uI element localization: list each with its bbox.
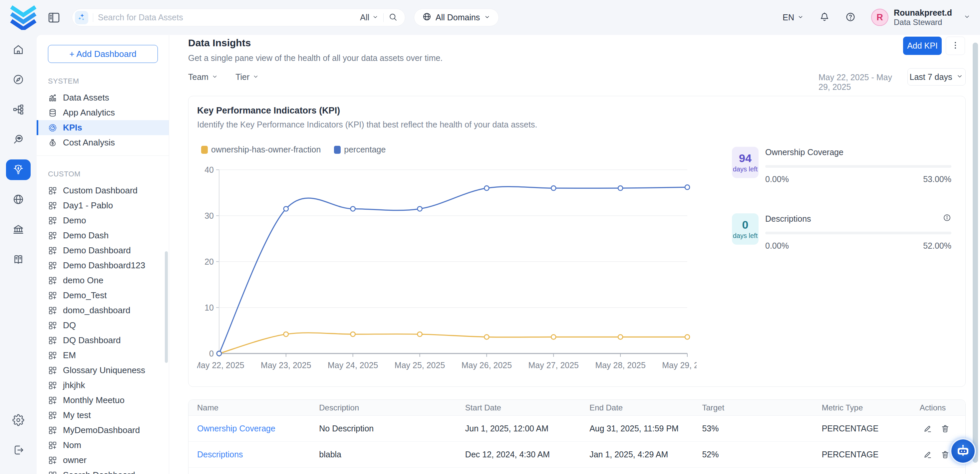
kpi-line-chart[interactable]: 010203040May 22, 2025May 23, 2025May 24,…: [197, 154, 710, 374]
sidebar-item-my-test[interactable]: My test: [37, 408, 169, 423]
sidebar-item-demo-dashboard[interactable]: Demo Dashboard: [37, 243, 169, 258]
sidebar-item-app-analytics[interactable]: App Analytics: [37, 105, 169, 120]
data-point[interactable]: [418, 332, 422, 337]
sidebar-toggle-button[interactable]: [47, 11, 61, 25]
sidebar-item-search-dashboard[interactable]: Search Dashboard: [37, 468, 169, 474]
series-line-ownership-has-owner-fraction[interactable]: [219, 333, 687, 353]
sidebar-item-jhkjhk[interactable]: jhkjhk: [37, 378, 169, 393]
data-point[interactable]: [284, 206, 288, 211]
filters-row: TeamTier: [188, 68, 259, 86]
time-range-label: Last 7 days: [910, 72, 952, 82]
edit-kpi-button[interactable]: [923, 450, 932, 459]
sidebar-item-dq-dashboard[interactable]: DQ Dashboard: [37, 333, 169, 348]
data-point[interactable]: [284, 332, 288, 337]
legend-item-ownership-has-owner-fraction[interactable]: ownership-has-owner-fraction: [201, 145, 321, 154]
data-point[interactable]: [351, 206, 355, 211]
legend-swatch: [334, 146, 340, 154]
time-range-dropdown[interactable]: Last 7 days: [907, 68, 966, 86]
language-dropdown[interactable]: EN: [783, 13, 804, 22]
legend-item-percentage[interactable]: percentage: [334, 145, 386, 154]
notifications-button[interactable]: [819, 12, 830, 23]
data-point[interactable]: [351, 332, 355, 337]
sidebar-item-data-assets[interactable]: Data Assets: [37, 90, 169, 105]
series-line-percentage[interactable]: [219, 187, 687, 353]
page-scrollbar-thumb[interactable]: [973, 43, 978, 463]
chevron-down-icon: [797, 13, 804, 22]
user-menu[interactable]: R Rounakpreet.d Data Steward: [871, 8, 970, 27]
days-left-label: days left: [733, 165, 757, 173]
data-point[interactable]: [685, 185, 690, 189]
y-tick-label: 10: [204, 303, 214, 312]
dashboard-icon: [48, 456, 57, 465]
observe-icon: [12, 134, 24, 146]
data-point[interactable]: [618, 186, 623, 190]
rail-item-home[interactable]: [6, 40, 31, 60]
y-tick-label: 0: [209, 349, 214, 358]
sidebar-item-demo-dashboard123[interactable]: Demo Dashboard123: [37, 258, 169, 273]
more-options-button[interactable]: [946, 37, 965, 55]
sidebar-item-em[interactable]: EM: [37, 348, 169, 363]
search-icon[interactable]: [388, 12, 398, 23]
data-point[interactable]: [418, 206, 422, 211]
rail-item-settings[interactable]: [6, 410, 31, 431]
data-point[interactable]: [551, 186, 556, 190]
search-scope-dropdown[interactable]: All: [360, 13, 379, 22]
page-title: Data Insights: [188, 37, 251, 49]
info-icon[interactable]: [943, 213, 951, 223]
global-search-bar[interactable]: All: [72, 9, 405, 26]
sidebar-item-demo-dash[interactable]: Demo Dash: [37, 228, 169, 243]
kpi-name-link[interactable]: Descriptions: [197, 450, 243, 459]
ai-sparkle-icon[interactable]: [75, 11, 88, 24]
rail-item-insights[interactable]: [6, 159, 31, 180]
sidebar-item-custom-dashboard[interactable]: Custom Dashboard: [37, 183, 169, 198]
rail-item-domains-globe[interactable]: [6, 189, 31, 210]
edit-kpi-button[interactable]: [923, 424, 932, 433]
all-domains-dropdown[interactable]: All Domains: [414, 9, 499, 26]
delete-kpi-button[interactable]: [941, 450, 950, 459]
rail-item-logout[interactable]: [6, 440, 31, 461]
sidebar-item-demo-test[interactable]: Demo_Test: [37, 288, 169, 303]
sidebar-item-kpis[interactable]: KPIs: [37, 120, 169, 135]
sidebar-item-label: domo_dashboard: [63, 305, 130, 316]
sidebar-scrollbar-thumb[interactable]: [165, 251, 168, 363]
column-header-start-date: Start Date: [457, 403, 581, 412]
sidebar-item-cost-analysis[interactable]: Cost Analysis: [37, 135, 169, 150]
delete-kpi-button[interactable]: [941, 424, 950, 433]
sidebar-item-monthly-meetuo[interactable]: Monthly Meetuo: [37, 393, 169, 408]
x-tick-label: May 29, 2025: [662, 361, 697, 370]
sidebar-item-demo[interactable]: Demo: [37, 213, 169, 228]
sidebar-item-demo-one[interactable]: demo One: [37, 273, 169, 288]
sidebar-item-owner[interactable]: owner: [37, 453, 169, 468]
sidebar-item-label: App Analytics: [63, 108, 115, 118]
sidebar-item-domo-dashboard[interactable]: domo_dashboard: [37, 303, 169, 318]
sidebar-item-label: Demo: [63, 215, 86, 226]
rail-item-governance[interactable]: [6, 220, 31, 240]
data-point[interactable]: [685, 334, 690, 339]
rail-item-compass[interactable]: [6, 70, 31, 90]
rail-item-lineage[interactable]: [6, 100, 31, 120]
chatbot-button[interactable]: [950, 438, 976, 464]
rail-item-observe[interactable]: [6, 129, 31, 150]
sidebar-item-dq[interactable]: DQ: [37, 318, 169, 333]
sidebar-item-nom[interactable]: Nom: [37, 438, 169, 453]
rail-item-glossary[interactable]: [6, 249, 31, 270]
sidebar-divider: [37, 156, 169, 156]
sidebar-item-day1-pablo[interactable]: Day1 - Pablo: [37, 198, 169, 213]
add-kpi-button[interactable]: Add KPI: [903, 37, 942, 55]
sidebar-item-glossary-uniqueness[interactable]: Glossary Uniqueness: [37, 363, 169, 378]
data-point[interactable]: [484, 334, 489, 339]
filter-team-dropdown[interactable]: Team: [188, 72, 218, 82]
kpi-name-link[interactable]: Ownership Coverage: [197, 424, 275, 433]
data-point[interactable]: [484, 186, 489, 190]
filter-tier-dropdown[interactable]: Tier: [235, 72, 259, 82]
sidebar-item-mydemodashboard[interactable]: MyDemoDashboard: [37, 423, 169, 438]
data-point[interactable]: [618, 334, 623, 339]
data-point[interactable]: [551, 334, 556, 339]
data-point[interactable]: [217, 351, 221, 356]
add-dashboard-button[interactable]: + Add Dashboard: [48, 45, 158, 63]
search-input[interactable]: [98, 13, 360, 22]
kpi-card-title: Key Performance Indicators (KPI): [197, 105, 957, 116]
chevron-down-icon: [963, 13, 970, 22]
dashboard-icon: [48, 231, 57, 240]
help-button[interactable]: [845, 12, 856, 23]
